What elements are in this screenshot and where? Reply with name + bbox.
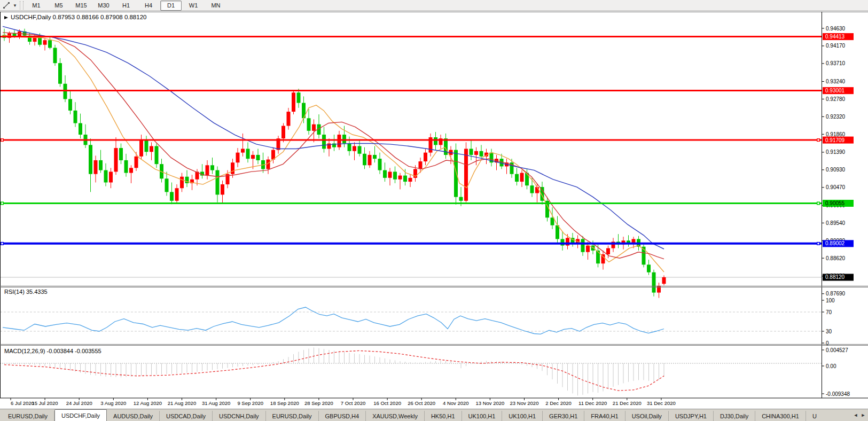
tab-eurusd-daily-0[interactable]: EURUSD,Daily (2, 411, 54, 421)
toolbar-separator (20, 1, 24, 10)
tab-usdcad-daily-3[interactable]: USDCAD,Daily (160, 411, 213, 421)
date-tick-label: 4 Nov 2020 (443, 400, 469, 406)
price-scale[interactable]: 0.946300.941700.937100.932400.927800.923… (822, 26, 846, 297)
price-tick-label: 0.92780 (826, 96, 846, 102)
chart-area[interactable]: USDCHF,Daily 0.87953 0.88166 0.87908 0.8… (0, 12, 868, 409)
macd-scale-label: 0.004527 (826, 347, 848, 353)
macd-scale-label: -0.009348 (826, 391, 850, 397)
tab-fra40-h1-12[interactable]: FRA40,H1 (584, 411, 625, 421)
price-tag-0.93001: 0.93001 (823, 87, 854, 94)
date-tick-label: 7 Oct 2020 (341, 400, 365, 406)
ma-slow-line (3, 26, 664, 249)
svg-text:0.94413: 0.94413 (825, 34, 845, 40)
timeframe-h4-button[interactable]: H4 (138, 1, 159, 11)
dropdown-caret-icon[interactable]: ▼ (12, 3, 18, 8)
tab-usdchf-daily-1[interactable]: USDCHF,Daily (54, 409, 107, 421)
tab-usdcnh-daily-4[interactable]: USDCNH,Daily (213, 411, 266, 421)
svg-text:0.89002: 0.89002 (825, 240, 845, 246)
tab-hk50-h1-8[interactable]: HK50,H1 (425, 411, 462, 421)
date-tick-label: 21 Dec 2020 (613, 400, 642, 406)
price-tag-0.94413: 0.94413 (823, 33, 854, 40)
timeframe-m1-button[interactable]: M1 (26, 1, 47, 11)
current-price-tag: 0.88120 (823, 274, 854, 280)
macd-panel[interactable]: MACD(12,26,9) -0.003844 -0.0035550.00452… (0, 347, 850, 397)
rsi-label: RSI(14) 35.4335 (4, 289, 48, 295)
tab-dj30-daily-15[interactable]: DJ30,Daily (714, 411, 755, 421)
date-tick-label: 31 Dec 2020 (647, 400, 676, 406)
hline-handle[interactable] (1, 201, 4, 205)
timeframe-mn-button[interactable]: MN (205, 1, 226, 11)
date-tick-label: 26 Oct 2020 (408, 400, 435, 406)
svg-text:0.90055: 0.90055 (825, 200, 845, 206)
price-tick-label: 0.88620 (826, 255, 846, 261)
tab-ger30-h1-11[interactable]: GER30,H1 (543, 411, 584, 421)
tab-usoil-daily-13[interactable]: USOil,Daily (625, 411, 669, 421)
date-tick-label: 11 Dec 2020 (578, 400, 607, 406)
timeframe-buttons: M1M5M15M30H1H4D1W1MN (25, 1, 227, 11)
price-tick-label: 0.91390 (826, 149, 846, 155)
tab-xauusd-weekly-7[interactable]: XAUUSD,Weekly (366, 411, 425, 421)
macd-scale-label: 0.00 (826, 363, 836, 369)
price-tick-label: 0.92320 (826, 114, 846, 120)
tab-scroll-right-button[interactable]: ► (859, 411, 867, 419)
timeframe-m15-button[interactable]: M15 (71, 1, 92, 11)
tab-gbpusd-h4-6[interactable]: GBPUSD,H4 (319, 411, 366, 421)
svg-text:0.93001: 0.93001 (825, 88, 845, 93)
price-tick-label: 0.94630 (826, 26, 846, 32)
tab-usdjpy-h1-14[interactable]: USDJPY,H1 (669, 411, 714, 421)
tab-china300-h1-16[interactable]: CHINA300,H1 (755, 411, 806, 421)
macd-label: MACD(12,26,9) -0.003844 -0.003555 (4, 348, 101, 354)
hline-handle[interactable] (817, 242, 820, 245)
tab-uk100-h1-10[interactable]: UK100,H1 (502, 411, 543, 421)
hline-handle[interactable] (817, 138, 820, 142)
candles (3, 29, 666, 298)
symbol-title: USDCHF,Daily 0.87953 0.88166 0.87908 0.8… (11, 14, 146, 20)
svg-text:0.88120: 0.88120 (825, 274, 845, 280)
hline-handle[interactable] (817, 201, 820, 205)
price-tick-label: 0.93710 (826, 60, 846, 66)
date-axis[interactable]: 6 Jul 202015 Jul 202024 Jul 20203 Aug 20… (11, 398, 676, 406)
mt4-window: { "toolbar": { "timeframes": ["M1","M5",… (0, 0, 868, 421)
timeframe-m5-button[interactable]: M5 (48, 1, 69, 11)
tab-scroll-left-button[interactable]: ◄ (852, 411, 859, 419)
date-tick-label: 18 Sep 2020 (270, 400, 299, 406)
date-tick-label: 13 Nov 2020 (475, 400, 504, 406)
timeframe-w1-button[interactable]: W1 (183, 1, 204, 11)
chart-title: USDCHF,Daily 0.87953 0.88166 0.87908 0.8… (4, 14, 146, 20)
date-tick-label: 23 Nov 2020 (510, 400, 539, 406)
svg-text:0.91709: 0.91709 (825, 137, 845, 143)
date-tick-label: 15 Jul 2020 (32, 400, 58, 406)
timeframe-d1-button[interactable]: D1 (160, 1, 182, 11)
price-tick-label: 0.87690 (826, 291, 846, 297)
rsi-scale-label: 0 (826, 340, 829, 346)
tab-u-17[interactable]: U (806, 411, 823, 421)
date-tick-label: 6 Jul 2020 (11, 400, 34, 406)
price-tag-0.89002: 0.89002 (823, 240, 854, 247)
price-tick-label: 0.90470 (826, 184, 846, 190)
rsi-scale-label: 30 (826, 329, 832, 334)
date-tick-label: 16 Oct 2020 (373, 400, 401, 406)
timeframe-h1-button[interactable]: H1 (115, 1, 137, 11)
hline-handle[interactable] (1, 242, 4, 245)
toolbar: ▼ M1M5M15M30H1H4D1W1MN (0, 0, 868, 11)
date-tick-label: 2 Dec 2020 (545, 400, 572, 406)
price-tick-label: 0.89540 (826, 220, 846, 226)
tab-scroll-arrows: ◄► (852, 409, 868, 421)
date-tick-label: 3 Aug 2020 (100, 400, 126, 406)
tab-audusd-daily-2[interactable]: AUDUSD,Daily (107, 411, 160, 421)
tab-uk100-h1-9[interactable]: UK100,H1 (462, 411, 503, 421)
date-tick-label: 31 Aug 2020 (202, 400, 230, 406)
price-tick-label: 0.94170 (826, 43, 846, 49)
line-tool-icon[interactable] (1, 1, 12, 10)
date-tick-label: 28 Sep 2020 (304, 400, 333, 406)
hline-handle[interactable] (1, 138, 4, 142)
price-tag-0.90055: 0.90055 (823, 200, 854, 207)
price-tick-label: 0.90930 (826, 167, 846, 173)
tab-eurusd-daily-5[interactable]: EURUSD,Daily (266, 411, 319, 421)
chart-tab-bar: EURUSD,DailyUSDCHF,DailyAUDUSD,DailyUSDC… (0, 409, 868, 421)
rsi-panel[interactable]: RSI(14) 35.433510070300 (0, 289, 835, 346)
panel-borders (0, 12, 868, 398)
price-tick-label: 0.91860 (826, 131, 846, 137)
timeframe-m30-button[interactable]: M30 (93, 1, 114, 11)
ma-fast-line (3, 35, 664, 272)
